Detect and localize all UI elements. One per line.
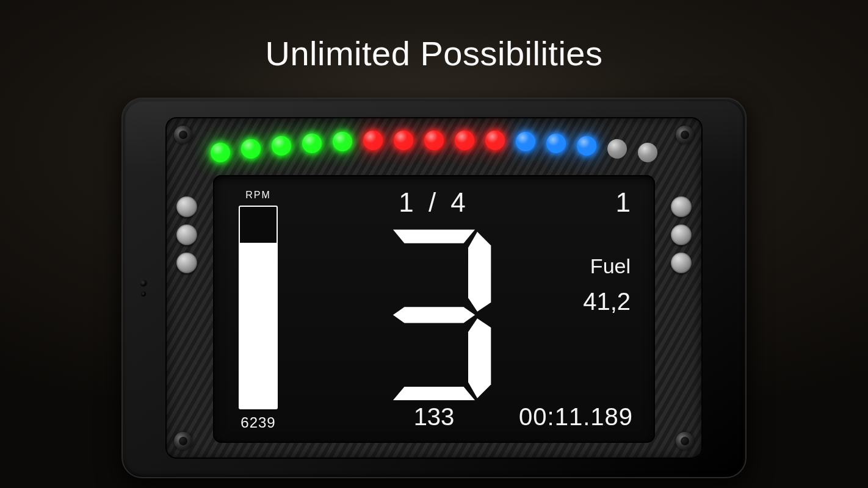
shift-light-strip <box>211 131 657 150</box>
shift-led-icon <box>211 143 230 162</box>
tablet-frame: RPM 6239 1 / 4 1 <box>121 98 747 478</box>
gear-digit-icon <box>376 229 492 400</box>
camera-lens-icon <box>140 279 147 287</box>
svg-marker-4 <box>393 386 475 400</box>
screw-icon <box>174 432 192 450</box>
position-value: 1 <box>616 187 631 218</box>
camera-sensor-icon <box>141 292 146 296</box>
dash-button[interactable] <box>176 253 197 273</box>
laptime-value: 00:11.189 <box>519 403 633 431</box>
shift-led-icon <box>302 134 322 153</box>
shift-led-icon <box>455 131 474 150</box>
rpm-gauge: RPM 6239 <box>234 190 283 431</box>
shift-led-icon <box>272 136 291 156</box>
fuel-label: Fuel <box>590 254 631 278</box>
shift-led-icon <box>485 131 505 150</box>
dash-buttons-left <box>176 196 197 273</box>
dash-button[interactable] <box>671 196 692 217</box>
fuel-value: 41,2 <box>583 288 631 315</box>
shift-led-icon <box>424 131 444 150</box>
shift-led-icon <box>394 131 413 150</box>
dash-button[interactable] <box>176 196 197 217</box>
rpm-value: 6239 <box>234 414 283 431</box>
hero-title: Unlimited Possibilities <box>0 0 868 73</box>
gear-indicator <box>376 229 492 403</box>
tablet-camera <box>140 279 147 296</box>
dash-button[interactable] <box>671 224 692 245</box>
shift-led-icon <box>363 131 383 150</box>
dash-buttons-right <box>671 196 692 273</box>
svg-marker-1 <box>468 232 491 312</box>
rpm-label: RPM <box>234 190 283 201</box>
screw-icon <box>676 126 694 144</box>
dash-display: RPM 6239 1 / 4 1 <box>213 175 655 443</box>
speed-value: 133 <box>414 403 455 431</box>
screw-icon <box>174 126 192 144</box>
svg-marker-2 <box>393 307 475 323</box>
shift-led-icon <box>516 132 535 151</box>
lap-counter: 1 / 4 <box>399 187 469 218</box>
shift-led-icon <box>241 139 261 159</box>
dash-button[interactable] <box>176 224 197 245</box>
dash-bezel: RPM 6239 1 / 4 1 <box>165 117 703 459</box>
screw-icon <box>676 432 694 450</box>
shift-led-icon <box>607 139 627 159</box>
shift-led-icon <box>577 136 596 156</box>
shift-led-icon <box>546 134 566 153</box>
shift-led-icon <box>638 143 657 162</box>
rpm-bar-fill <box>240 243 277 408</box>
page-root: Unlimited Possibilities <box>0 0 868 488</box>
dash-button[interactable] <box>671 253 692 273</box>
rpm-bar-shell <box>239 206 278 409</box>
svg-marker-3 <box>468 318 491 398</box>
shift-led-icon <box>333 132 352 151</box>
svg-marker-0 <box>393 229 475 243</box>
